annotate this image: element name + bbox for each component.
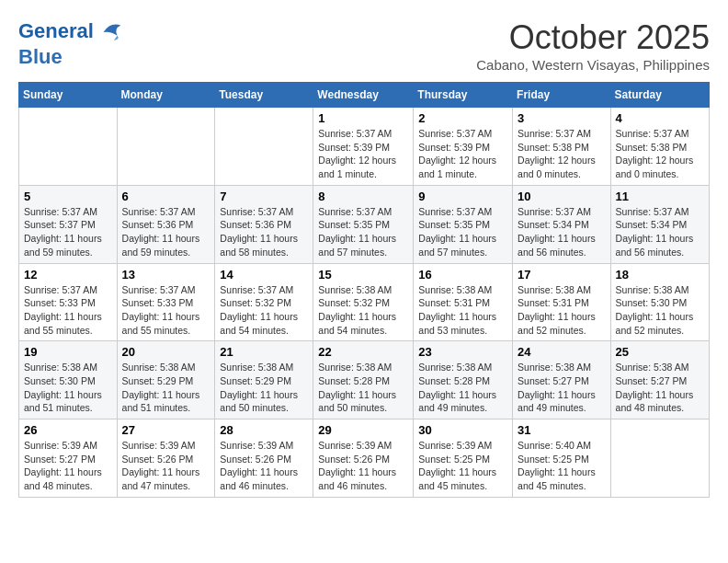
day-info: Sunrise: 5:37 AMSunset: 5:38 PMDaylight:… — [518, 127, 606, 181]
day-info: Sunrise: 5:37 AMSunset: 5:37 PMDaylight:… — [24, 205, 112, 259]
month-title: October 2025 — [476, 18, 710, 57]
day-number: 29 — [318, 423, 408, 437]
logo-blue-text: Blue — [18, 46, 124, 68]
calendar-cell: 25Sunrise: 5:38 AMSunset: 5:27 PMDayligh… — [610, 341, 709, 419]
day-number: 9 — [418, 190, 507, 203]
day-number: 1 — [318, 111, 408, 125]
calendar-cell: 13Sunrise: 5:37 AMSunset: 5:33 PMDayligh… — [117, 263, 215, 341]
calendar-cell: 12Sunrise: 5:37 AMSunset: 5:33 PMDayligh… — [19, 263, 118, 341]
day-number: 4 — [616, 111, 704, 125]
day-info: Sunrise: 5:37 AMSunset: 5:33 PMDaylight:… — [122, 283, 210, 338]
calendar-cell: 21Sunrise: 5:38 AMSunset: 5:29 PMDayligh… — [215, 341, 313, 419]
calendar-cell: 7Sunrise: 5:37 AMSunset: 5:36 PMDaylight… — [215, 185, 313, 263]
day-info: Sunrise: 5:38 AMSunset: 5:31 PMDaylight:… — [418, 283, 507, 338]
calendar-cell: 5Sunrise: 5:37 AMSunset: 5:37 PMDaylight… — [19, 185, 118, 263]
calendar-cell — [215, 108, 313, 186]
weekday-header-sunday: Sunday — [19, 83, 118, 108]
calendar-cell: 26Sunrise: 5:39 AMSunset: 5:27 PMDayligh… — [19, 419, 118, 498]
day-info: Sunrise: 5:39 AMSunset: 5:26 PMDaylight:… — [220, 439, 308, 493]
weekday-header-tuesday: Tuesday — [215, 83, 313, 108]
day-number: 23 — [418, 345, 507, 359]
calendar-cell: 22Sunrise: 5:38 AMSunset: 5:28 PMDayligh… — [313, 341, 414, 419]
logo-text: General — [18, 18, 124, 46]
day-number: 22 — [318, 345, 408, 359]
calendar-cell: 24Sunrise: 5:38 AMSunset: 5:27 PMDayligh… — [513, 341, 611, 419]
day-info: Sunrise: 5:37 AMSunset: 5:36 PMDaylight:… — [122, 205, 210, 259]
day-number: 21 — [220, 345, 308, 359]
day-number: 15 — [318, 268, 408, 282]
calendar-cell: 9Sunrise: 5:37 AMSunset: 5:35 PMDaylight… — [414, 185, 513, 263]
day-info: Sunrise: 5:38 AMSunset: 5:29 PMDaylight:… — [122, 361, 210, 415]
calendar-cell — [610, 419, 709, 498]
weekday-header-monday: Monday — [117, 83, 215, 108]
day-info: Sunrise: 5:37 AMSunset: 5:38 PMDaylight:… — [616, 127, 704, 181]
day-number: 7 — [220, 190, 308, 203]
day-info: Sunrise: 5:38 AMSunset: 5:32 PMDaylight:… — [318, 283, 408, 338]
day-number: 10 — [518, 190, 606, 203]
calendar-cell: 19Sunrise: 5:38 AMSunset: 5:30 PMDayligh… — [19, 341, 118, 419]
calendar-cell: 29Sunrise: 5:39 AMSunset: 5:26 PMDayligh… — [313, 419, 414, 498]
calendar-week-2: 5Sunrise: 5:37 AMSunset: 5:37 PMDaylight… — [19, 185, 710, 263]
calendar-cell: 1Sunrise: 5:37 AMSunset: 5:39 PMDaylight… — [313, 108, 414, 186]
day-number: 27 — [122, 423, 210, 437]
day-number: 30 — [418, 423, 507, 437]
calendar-cell — [19, 108, 118, 186]
logo: General Blue — [18, 18, 124, 68]
day-number: 25 — [616, 345, 704, 359]
calendar-cell: 30Sunrise: 5:39 AMSunset: 5:25 PMDayligh… — [414, 419, 513, 498]
day-info: Sunrise: 5:39 AMSunset: 5:26 PMDaylight:… — [318, 439, 408, 493]
weekday-header-row: SundayMondayTuesdayWednesdayThursdayFrid… — [19, 83, 710, 108]
calendar-cell: 2Sunrise: 5:37 AMSunset: 5:39 PMDaylight… — [414, 108, 513, 186]
calendar-cell: 17Sunrise: 5:38 AMSunset: 5:31 PMDayligh… — [513, 263, 611, 341]
day-number: 28 — [220, 423, 308, 437]
weekday-header-saturday: Saturday — [610, 83, 709, 108]
day-number: 20 — [122, 345, 210, 359]
calendar-cell: 10Sunrise: 5:37 AMSunset: 5:34 PMDayligh… — [513, 185, 611, 263]
day-info: Sunrise: 5:39 AMSunset: 5:26 PMDaylight:… — [122, 439, 210, 493]
day-number: 2 — [418, 111, 507, 125]
day-number: 26 — [24, 423, 112, 437]
day-info: Sunrise: 5:38 AMSunset: 5:30 PMDaylight:… — [616, 283, 704, 338]
day-number: 14 — [220, 268, 308, 282]
day-info: Sunrise: 5:38 AMSunset: 5:28 PMDaylight:… — [418, 361, 507, 415]
day-info: Sunrise: 5:39 AMSunset: 5:27 PMDaylight:… — [24, 439, 112, 493]
weekday-header-thursday: Thursday — [414, 83, 513, 108]
day-info: Sunrise: 5:37 AMSunset: 5:32 PMDaylight:… — [220, 283, 308, 338]
calendar-week-5: 26Sunrise: 5:39 AMSunset: 5:27 PMDayligh… — [19, 419, 710, 498]
day-info: Sunrise: 5:38 AMSunset: 5:31 PMDaylight:… — [518, 283, 606, 338]
logo-bird-icon — [97, 18, 124, 46]
calendar-week-1: 1Sunrise: 5:37 AMSunset: 5:39 PMDaylight… — [19, 108, 710, 186]
calendar-cell: 14Sunrise: 5:37 AMSunset: 5:32 PMDayligh… — [215, 263, 313, 341]
day-number: 31 — [518, 423, 606, 437]
calendar-cell: 16Sunrise: 5:38 AMSunset: 5:31 PMDayligh… — [414, 263, 513, 341]
calendar-cell: 4Sunrise: 5:37 AMSunset: 5:38 PMDaylight… — [610, 108, 709, 186]
calendar-cell: 15Sunrise: 5:38 AMSunset: 5:32 PMDayligh… — [313, 263, 414, 341]
day-number: 12 — [24, 268, 112, 282]
calendar-cell: 11Sunrise: 5:37 AMSunset: 5:34 PMDayligh… — [610, 185, 709, 263]
day-info: Sunrise: 5:37 AMSunset: 5:34 PMDaylight:… — [616, 205, 704, 259]
weekday-header-wednesday: Wednesday — [313, 83, 414, 108]
day-number: 17 — [518, 268, 606, 282]
day-info: Sunrise: 5:38 AMSunset: 5:27 PMDaylight:… — [518, 361, 606, 415]
day-info: Sunrise: 5:37 AMSunset: 5:39 PMDaylight:… — [418, 127, 507, 181]
page-header: General Blue October 2025 Cabano, Wester… — [18, 18, 710, 73]
calendar-cell: 23Sunrise: 5:38 AMSunset: 5:28 PMDayligh… — [414, 341, 513, 419]
calendar-cell: 18Sunrise: 5:38 AMSunset: 5:30 PMDayligh… — [610, 263, 709, 341]
title-section: October 2025 Cabano, Western Visayas, Ph… — [476, 18, 710, 73]
day-info: Sunrise: 5:37 AMSunset: 5:39 PMDaylight:… — [318, 127, 408, 181]
calendar-cell — [117, 108, 215, 186]
day-number: 18 — [616, 268, 704, 282]
calendar-cell: 27Sunrise: 5:39 AMSunset: 5:26 PMDayligh… — [117, 419, 215, 498]
calendar-cell: 6Sunrise: 5:37 AMSunset: 5:36 PMDaylight… — [117, 185, 215, 263]
weekday-header-friday: Friday — [513, 83, 611, 108]
day-info: Sunrise: 5:37 AMSunset: 5:35 PMDaylight:… — [318, 205, 408, 259]
day-info: Sunrise: 5:38 AMSunset: 5:30 PMDaylight:… — [24, 361, 112, 415]
day-info: Sunrise: 5:38 AMSunset: 5:28 PMDaylight:… — [318, 361, 408, 415]
day-info: Sunrise: 5:37 AMSunset: 5:35 PMDaylight:… — [418, 205, 507, 259]
day-info: Sunrise: 5:40 AMSunset: 5:25 PMDaylight:… — [518, 439, 606, 493]
day-info: Sunrise: 5:37 AMSunset: 5:33 PMDaylight:… — [24, 283, 112, 338]
calendar-table: SundayMondayTuesdayWednesdayThursdayFrid… — [18, 82, 710, 498]
day-info: Sunrise: 5:37 AMSunset: 5:36 PMDaylight:… — [220, 205, 308, 259]
calendar-cell: 28Sunrise: 5:39 AMSunset: 5:26 PMDayligh… — [215, 419, 313, 498]
day-info: Sunrise: 5:38 AMSunset: 5:27 PMDaylight:… — [616, 361, 704, 415]
